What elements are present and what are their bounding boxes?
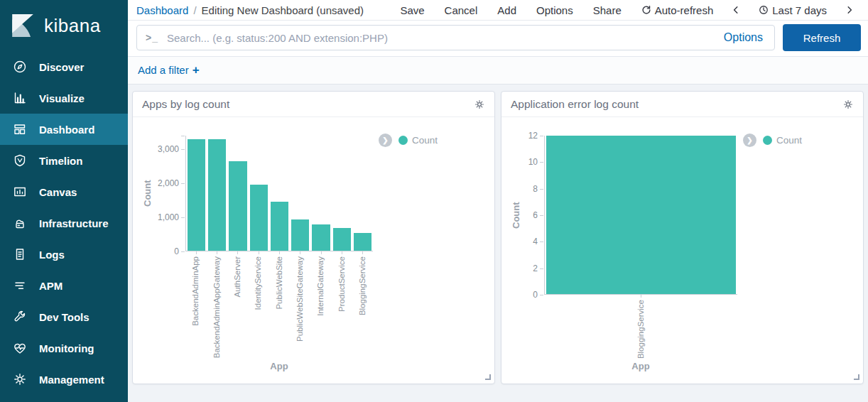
sidebar-item-label: APM: [39, 280, 63, 292]
time-range-label: Last 7 days: [772, 4, 827, 16]
bar-PublicWebSiteGateway[interactable]: [291, 219, 309, 251]
document-icon: [12, 246, 28, 262]
query-options-link[interactable]: Options: [721, 31, 766, 44]
x-axis-tick: InternalGateway: [312, 251, 330, 358]
panel-header: Apps by log count: [133, 92, 494, 117]
refresh-button[interactable]: Refresh: [783, 24, 861, 51]
breadcrumb-separator: /: [193, 4, 196, 16]
plot-area: [185, 136, 373, 251]
x-axis-label: PublicWebSiteGateway: [295, 256, 305, 342]
sidebar-item-management[interactable]: Management: [0, 364, 128, 395]
cloud-server-icon: [12, 215, 28, 231]
share-button[interactable]: Share: [586, 4, 629, 16]
bar-BloggingService[interactable]: [354, 233, 371, 251]
top-menu: Save Cancel Add Options Share Auto-refre…: [393, 4, 859, 16]
options-button[interactable]: Options: [529, 4, 580, 16]
sidebar-item-label: Infrastructure: [39, 217, 109, 229]
bar-BackendAdminApp[interactable]: [188, 139, 205, 251]
time-back-button[interactable]: [726, 6, 746, 14]
sidebar-item-timelion[interactable]: Timelion: [0, 145, 128, 176]
sidebar-item-monitoring[interactable]: Monitoring: [0, 332, 128, 364]
y-axis-tick-label: 2,000: [158, 178, 179, 189]
add-filter-button[interactable]: Add a filter +: [138, 64, 200, 76]
x-axis-label: IdentityService: [254, 256, 263, 310]
x-axis-tick: PublicWebSiteGateway: [291, 251, 309, 358]
sidebar-item-infrastructure[interactable]: Infrastructure: [0, 207, 128, 239]
x-axis-label: BloggingService: [636, 300, 646, 359]
time-range-picker[interactable]: Last 7 days: [752, 4, 834, 16]
time-forward-button[interactable]: [840, 6, 859, 14]
bar-chart-apps-by-log-count: Count 01,0002,0003,000 BackendAdminAppBa…: [133, 136, 494, 375]
save-button[interactable]: Save: [393, 4, 431, 16]
sidebar-item-apm[interactable]: APM: [0, 270, 128, 301]
breadcrumb: Dashboard / Editing New Dashboard (unsav…: [136, 4, 364, 16]
bar-PublicWebSite[interactable]: [271, 202, 288, 251]
gear-icon: [842, 99, 854, 110]
auto-refresh-button[interactable]: Auto-refresh: [634, 4, 721, 16]
kibana-logo-icon: [10, 13, 36, 38]
panel-title: Application error log count: [511, 98, 639, 111]
y-axis-tick-label: 12: [528, 130, 538, 141]
y-axis-tick-label: 0: [174, 246, 179, 257]
main-area: Dashboard / Editing New Dashboard (unsav…: [128, 0, 868, 402]
panel-options-button[interactable]: [842, 99, 854, 110]
x-axis-label: ProductService: [337, 256, 347, 312]
panel-options-button[interactable]: [474, 99, 485, 110]
sidebar-item-visualize[interactable]: Visualize: [0, 82, 128, 114]
sidebar-item-discover[interactable]: Discover: [0, 51, 128, 82]
sidebar-item-label: Monitoring: [39, 342, 94, 354]
sidebar-item-dashboard[interactable]: Dashboard: [0, 114, 128, 145]
gear-icon: [474, 99, 485, 110]
x-axis-tick: PublicWebSite: [270, 251, 288, 358]
bar-ProductService[interactable]: [333, 228, 351, 251]
y-axis-title: Count: [510, 136, 521, 295]
add-button[interactable]: Add: [490, 4, 523, 16]
panel-resize-handle[interactable]: [854, 374, 859, 380]
legend-toggle-button[interactable]: ❯: [743, 134, 756, 147]
bar-IdentityService[interactable]: [250, 185, 268, 251]
panel-resize-handle[interactable]: [485, 374, 491, 380]
y-axis-tick-label: 1,000: [158, 212, 179, 223]
gear-icon: [12, 371, 28, 387]
bar-chart-application-error-log-count: Count 024681012 BloggingService App ❯ Co…: [501, 136, 863, 375]
sidebar-item-canvas[interactable]: Canvas: [0, 176, 128, 207]
x-axis-title: App: [544, 358, 737, 375]
x-axis-tick: IdentityService: [249, 251, 267, 358]
top-bar: Dashboard / Editing New Dashboard (unsav…: [128, 0, 868, 21]
heartbeat-icon: [12, 340, 28, 356]
panel-application-error-log-count: Application error log count Count 024681…: [501, 91, 864, 384]
cancel-button[interactable]: Cancel: [438, 4, 485, 16]
sidebar: kibana DiscoverVisualizeDashboardTimelio…: [0, 0, 128, 402]
chevron-right-icon: [845, 6, 854, 14]
bar-InternalGateway[interactable]: [312, 224, 330, 251]
x-axis-label: BloggingService: [358, 256, 367, 315]
sidebar-item-dev-tools[interactable]: Dev Tools: [0, 301, 128, 332]
y-axis-tick-label: 2: [533, 263, 538, 274]
x-axis-label: BackendAdminAppGateway: [212, 256, 222, 358]
chevron-left-icon: [732, 6, 740, 14]
legend-item-count[interactable]: Count: [398, 135, 438, 146]
sidebar-item-label: Visualize: [39, 92, 85, 104]
frame-icon: [12, 184, 28, 200]
bar-BackendAdminAppGateway[interactable]: [208, 139, 226, 251]
y-axis-tick-label: 10: [528, 156, 538, 168]
x-axis-label: BackendAdminApp: [191, 256, 200, 326]
legend-item-count[interactable]: Count: [763, 135, 802, 146]
legend-toggle-button[interactable]: ❯: [379, 134, 392, 147]
y-axis-tick-label: 3,000: [158, 143, 179, 155]
breadcrumb-dashboard-link[interactable]: Dashboard: [136, 4, 188, 16]
sidebar-item-label: Canvas: [39, 186, 77, 198]
bar-BloggingService[interactable]: [546, 136, 736, 294]
x-axis-label: PublicWebSite: [275, 256, 284, 310]
kibana-logo[interactable]: kibana: [0, 0, 128, 51]
bar-AuthServer[interactable]: [229, 161, 246, 251]
app-title: kibana: [44, 15, 101, 37]
plus-icon: +: [192, 64, 200, 76]
y-axis-tick-label: 4: [533, 236, 538, 247]
search-input[interactable]: [167, 32, 721, 44]
sidebar-item-label: Discover: [39, 61, 84, 73]
dashboard-grid: Apps by log count Count 01,0002,0003,000…: [128, 85, 868, 402]
x-axis-tick: BackendAdminApp: [187, 251, 205, 358]
sidebar-item-logs[interactable]: Logs: [0, 239, 128, 270]
dashboard-grid-icon: [12, 121, 28, 137]
